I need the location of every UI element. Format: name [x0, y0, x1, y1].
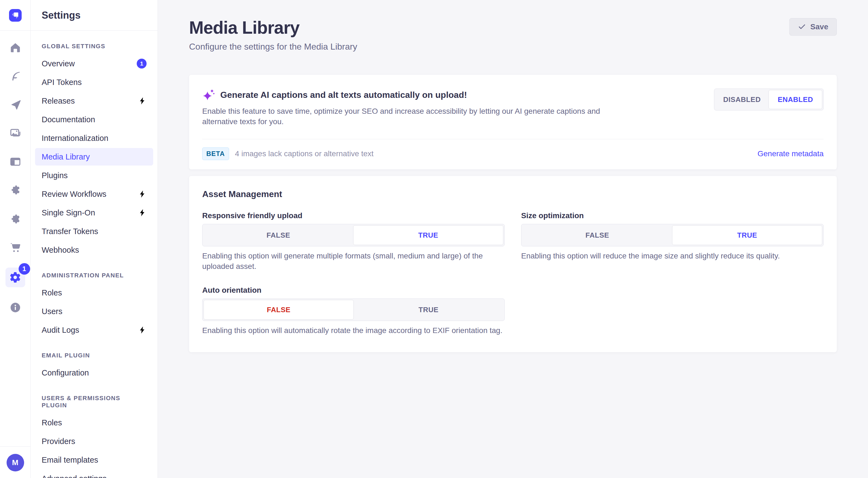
size-optimization-false-option[interactable]: FALSE: [523, 225, 672, 245]
sidebar-item-media-library[interactable]: Media Library: [35, 148, 153, 166]
marketplace-icon[interactable]: [8, 211, 23, 227]
sidebar-item-providers[interactable]: Providers: [35, 432, 153, 450]
missing-captions-status: 4 images lack captions or alternative te…: [235, 149, 374, 158]
asset-management-heading: Asset Management: [202, 189, 824, 199]
check-icon: [798, 23, 806, 31]
save-button[interactable]: Save: [789, 18, 837, 36]
section-label: EMAIL PLUGIN: [35, 352, 153, 359]
section-label: ADMINISTRATION PANEL: [35, 272, 153, 279]
ai-toggle-enabled-option[interactable]: ENABLED: [769, 90, 822, 109]
page-title-block: Media Library Configure the settings for…: [189, 18, 357, 52]
sidebar-item-transfer-tokens[interactable]: Transfer Tokens: [35, 222, 153, 240]
sidebar-item-overview[interactable]: Overview 1: [35, 55, 153, 72]
images-icon[interactable]: [8, 125, 23, 141]
info-icon[interactable]: [8, 300, 23, 315]
rail-divider: [0, 446, 30, 447]
beta-badge: BETA: [202, 147, 229, 160]
gear-icon: [9, 271, 22, 284]
field-label: Size optimization: [521, 211, 824, 220]
sidebar-item-email-templates[interactable]: Email templates: [35, 451, 153, 469]
auto-orientation-field: Auto orientation FALSE TRUE Enabling thi…: [202, 286, 505, 336]
paper-plane-icon[interactable]: [8, 97, 23, 112]
ai-captions-toggle: DISABLED ENABLED: [714, 89, 824, 111]
avatar[interactable]: M: [7, 454, 24, 471]
field-hint: Enabling this option will generate multi…: [202, 251, 505, 272]
rail-icon-list: [8, 31, 23, 255]
section-label: GLOBAL SETTINGS: [35, 43, 153, 50]
sidebar-item-plugins[interactable]: Plugins: [35, 167, 153, 184]
auto-orientation-true-option[interactable]: TRUE: [354, 300, 503, 320]
size-optimization-toggle: FALSE TRUE: [521, 224, 824, 246]
sidebar-item-api-tokens[interactable]: API Tokens: [35, 73, 153, 91]
ai-banner-heading: Generate AI captions and alt texts autom…: [202, 89, 608, 101]
strapi-logo[interactable]: [9, 9, 22, 22]
ai-toggle-disabled-option[interactable]: DISABLED: [715, 90, 769, 109]
responsive-friendly-upload-field: Responsive friendly upload FALSE TRUE En…: [202, 211, 505, 272]
lightning-icon: [138, 209, 147, 217]
page-subtitle: Configure the settings for the Media Lib…: [189, 42, 357, 52]
sidebar-item-roles[interactable]: Roles: [35, 284, 153, 301]
page-header: Media Library Configure the settings for…: [189, 18, 837, 52]
settings-notification-badge: 1: [19, 263, 30, 275]
generate-metadata-link[interactable]: Generate metadata: [757, 149, 824, 158]
section-label: USERS & PERMISSIONS PLUGIN: [35, 395, 153, 409]
lightning-icon: [138, 190, 147, 198]
cart-icon[interactable]: [8, 240, 23, 255]
asset-management-card: Asset Management Responsive friendly upl…: [189, 176, 837, 352]
ai-banner-text: Generate AI captions and alt texts autom…: [202, 89, 608, 127]
sidebar-item-documentation[interactable]: Documentation: [35, 111, 153, 128]
rail-footer: M: [0, 446, 30, 478]
overview-badge: 1: [137, 59, 147, 68]
responsive-upload-true-option[interactable]: TRUE: [353, 225, 503, 245]
feather-icon[interactable]: [8, 68, 23, 84]
field-label: Responsive friendly upload: [202, 211, 505, 220]
page-title: Media Library: [189, 18, 357, 38]
sidebar-item-advanced-settings[interactable]: Advanced settings: [35, 470, 153, 478]
asset-management-grid: Responsive friendly upload FALSE TRUE En…: [202, 211, 824, 336]
lightning-icon: [138, 97, 147, 105]
main-content: Media Library Configure the settings for…: [158, 0, 868, 478]
size-optimization-field: Size optimization FALSE TRUE Enabling th…: [521, 211, 824, 272]
field-hint: Enabling this option will automatically …: [202, 325, 505, 336]
sidebar-item-single-sign-on[interactable]: Single Sign-On: [35, 204, 153, 221]
field-hint: Enabling this option will reduce the ima…: [521, 251, 824, 261]
puzzle-icon[interactable]: [8, 183, 23, 198]
auto-orientation-false-option[interactable]: FALSE: [204, 300, 354, 320]
sidebar-item-review-workflows[interactable]: Review Workflows: [35, 185, 153, 203]
main-nav-rail: 1 M: [0, 0, 31, 478]
section-global-settings: GLOBAL SETTINGS Overview 1 API Tokens Re…: [35, 43, 153, 259]
size-optimization-true-option[interactable]: TRUE: [672, 225, 822, 245]
responsive-upload-toggle: FALSE TRUE: [202, 224, 505, 246]
ai-banner-description: Enable this feature to save time, optimi…: [202, 106, 608, 127]
section-administration-panel: ADMINISTRATION PANEL Roles Users Audit L…: [35, 272, 153, 339]
section-users-permissions-plugin: USERS & PERMISSIONS PLUGIN Roles Provide…: [35, 395, 153, 478]
sidebar-item-releases[interactable]: Releases: [35, 92, 153, 110]
home-icon[interactable]: [8, 40, 23, 55]
sidebar-item-internationalization[interactable]: Internationalization: [35, 129, 153, 147]
sidebar-item-configuration[interactable]: Configuration: [35, 364, 153, 382]
settings-sidebar-header: Settings: [31, 0, 158, 31]
section-email-plugin: EMAIL PLUGIN Configuration: [35, 352, 153, 382]
settings-sidebar-list: GLOBAL SETTINGS Overview 1 API Tokens Re…: [31, 31, 158, 478]
layout-icon[interactable]: [8, 154, 23, 169]
ai-banner-top: Generate AI captions and alt texts autom…: [189, 75, 837, 139]
sparkles-icon: [202, 89, 215, 101]
ai-banner-title: Generate AI captions and alt texts autom…: [220, 90, 467, 100]
field-label: Auto orientation: [202, 286, 505, 295]
logo-area: [0, 0, 30, 31]
ai-banner-card: Generate AI captions and alt texts autom…: [189, 75, 837, 169]
auto-orientation-toggle: FALSE TRUE: [202, 298, 505, 321]
settings-sidebar: Settings GLOBAL SETTINGS Overview 1 API …: [31, 0, 158, 478]
sidebar-item-webhooks[interactable]: Webhooks: [35, 241, 153, 259]
lightning-icon: [138, 326, 147, 334]
sidebar-title: Settings: [42, 9, 81, 21]
sidebar-item-up-roles[interactable]: Roles: [35, 414, 153, 431]
settings-rail-item[interactable]: 1: [5, 268, 25, 287]
sidebar-item-audit-logs[interactable]: Audit Logs: [35, 321, 153, 339]
ai-banner-footer: BETA 4 images lack captions or alternati…: [189, 139, 837, 169]
sidebar-item-users[interactable]: Users: [35, 303, 153, 320]
responsive-upload-false-option[interactable]: FALSE: [204, 225, 353, 245]
